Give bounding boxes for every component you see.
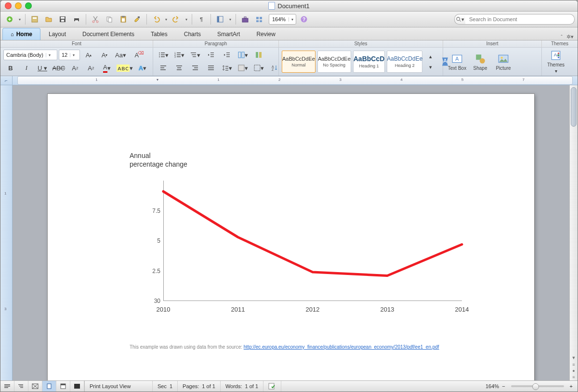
sidebar-dropdown[interactable]: ▾ <box>228 17 233 22</box>
undo-button[interactable] <box>150 13 162 26</box>
view-print-layout-button[interactable] <box>42 381 56 392</box>
save-button[interactable] <box>56 13 69 26</box>
vertical-ruler[interactable]: 1 3 <box>0 85 13 380</box>
template-button[interactable] <box>28 13 41 26</box>
clear-formatting-button[interactable]: A⌫ <box>130 49 144 61</box>
font-name-combo[interactable]: Cambria (Body)▾ <box>3 50 57 60</box>
borders-button[interactable]: ▾ <box>251 62 266 74</box>
align-right-button[interactable] <box>188 62 202 74</box>
columns-button[interactable]: ▾ <box>236 49 250 61</box>
new-dropdown[interactable]: ▾ <box>17 17 22 22</box>
redo-button[interactable] <box>170 13 183 26</box>
view-publishing-button[interactable] <box>28 381 42 392</box>
tab-tables[interactable]: Tables <box>143 28 176 40</box>
prev-page-icon[interactable]: ≡ <box>570 361 578 368</box>
styles-scroll-down[interactable]: ▾ <box>424 62 437 72</box>
style-heading-1[interactable]: AaBbCcDHeading 1 <box>353 51 385 73</box>
minimize-window-button[interactable] <box>15 2 22 9</box>
help-button[interactable]: ? <box>298 13 310 26</box>
zoom-slider[interactable] <box>511 385 564 387</box>
italic-button[interactable]: I <box>19 62 34 74</box>
bullets-button[interactable]: ▾ <box>156 49 171 61</box>
horizontal-ruler[interactable]: 1 ▾ 1 2 3 4 5 7 <box>17 76 573 85</box>
bold-button[interactable]: B <box>3 62 18 74</box>
search-icon[interactable]: ▾ <box>454 14 465 25</box>
format-painter-button[interactable] <box>131 13 144 26</box>
new-document-button[interactable] <box>3 13 16 26</box>
vertical-scrollbar[interactable]: ▲ ▼ ≡ ● ≡ <box>569 85 578 380</box>
tab-document-elements[interactable]: Document Elements <box>74 28 143 40</box>
view-draft-button[interactable] <box>0 381 14 392</box>
next-page-icon[interactable]: ≡ <box>570 374 578 380</box>
shading-button[interactable]: ▾ <box>236 62 250 74</box>
align-left-button[interactable] <box>156 62 171 74</box>
undo-dropdown[interactable]: ▾ <box>164 17 169 22</box>
ribbon-settings-icon[interactable]: ✲▾ <box>566 34 574 40</box>
style-heading-2[interactable]: AaBbCcDdEeHeading 2 <box>387 51 422 73</box>
tab-layout[interactable]: Layout <box>40 28 74 40</box>
open-button[interactable] <box>42 13 55 26</box>
font-size-combo[interactable]: 12▾ <box>59 50 80 60</box>
status-spellcheck[interactable] <box>263 381 281 392</box>
font-color-button[interactable]: A▾ <box>100 62 114 74</box>
decrease-indent-button[interactable] <box>204 49 218 61</box>
document-canvas[interactable]: Annualpercentage change 302.557.52010201… <box>13 85 569 380</box>
copy-button[interactable] <box>103 13 116 26</box>
zoom-in-icon[interactable]: + <box>570 383 573 389</box>
close-window-button[interactable] <box>5 2 12 9</box>
print-button[interactable] <box>70 13 83 26</box>
style-no-spacing[interactable]: AaBbCcDdEeNo Spacing <box>317 51 351 73</box>
tab-smartart[interactable]: SmartArt <box>209 28 248 40</box>
text-effects-button[interactable]: A▾ <box>135 62 150 74</box>
align-center-button[interactable] <box>172 62 186 74</box>
zoom-combo[interactable]: 164% ▾ <box>269 14 296 25</box>
sidebar-toggle-button[interactable] <box>214 13 226 26</box>
multilevel-list-button[interactable]: ▾ <box>188 49 202 61</box>
insert-picture-button[interactable]: Picture <box>492 49 514 74</box>
source-link[interactable]: http://ec.europa.eu/economy_finance/publ… <box>244 344 439 350</box>
tab-review[interactable]: Review <box>248 28 283 40</box>
zoom-window-button[interactable] <box>25 2 32 9</box>
insert-shape-button[interactable]: Shape <box>469 49 491 74</box>
text-direction-button[interactable] <box>251 49 266 61</box>
increase-indent-button[interactable] <box>220 49 234 61</box>
highlight-button[interactable]: ᴀʙᴄ▾ <box>116 62 134 74</box>
toolbox-button[interactable] <box>239 13 251 26</box>
strikethrough-button[interactable]: ABC <box>51 62 66 74</box>
scroll-thumb[interactable] <box>571 87 577 127</box>
scroll-down-icon[interactable]: ▼ <box>570 354 578 361</box>
search-input[interactable] <box>465 14 575 25</box>
status-pages[interactable]: Pages:1 of 1 <box>178 381 221 392</box>
subscript-button[interactable]: A2 <box>84 62 98 74</box>
style-normal[interactable]: AaBbCcDdEeNormal <box>282 51 315 73</box>
ribbon-collapse-icon[interactable]: ˆ <box>561 34 563 40</box>
gallery-button[interactable] <box>253 13 265 26</box>
show-formatting-button[interactable]: ¶ <box>195 13 208 26</box>
status-section[interactable]: Sec1 <box>153 381 178 392</box>
view-notebook-button[interactable] <box>56 381 70 392</box>
view-outline-button[interactable] <box>14 381 28 392</box>
status-zoom[interactable]: 164% − + <box>481 381 578 392</box>
insert-textbox-button[interactable]: AText Box <box>446 49 468 74</box>
shrink-font-button[interactable]: A▾ <box>97 49 112 61</box>
numbering-button[interactable]: 123▾ <box>172 49 186 61</box>
styles-scroll-up[interactable]: ▴ <box>424 52 437 61</box>
line-spacing-button[interactable]: ▾ <box>220 62 234 74</box>
change-case-button[interactable]: Aa▾ <box>113 49 128 61</box>
zoom-out-icon[interactable]: − <box>502 383 505 389</box>
themes-button[interactable]: AaThemes▾ <box>545 49 567 74</box>
document-page[interactable]: Annualpercentage change 302.557.52010201… <box>48 94 534 380</box>
browse-object-icon[interactable]: ● <box>570 367 578 374</box>
tab-charts[interactable]: Charts <box>176 28 209 40</box>
cut-button[interactable] <box>89 13 102 26</box>
status-words[interactable]: Words:1 of 1 <box>221 381 263 392</box>
view-fullscreen-button[interactable] <box>70 381 84 392</box>
tab-stop-selector[interactable]: ⌐ <box>0 76 13 85</box>
zoom-slider-knob[interactable] <box>532 383 539 390</box>
underline-button[interactable]: U ▾ <box>35 62 50 74</box>
tab-home[interactable]: ⌂Home <box>2 28 40 40</box>
paste-button[interactable] <box>117 13 130 26</box>
redo-dropdown[interactable]: ▾ <box>184 17 189 22</box>
superscript-button[interactable]: A2 <box>68 62 82 74</box>
zoom-dropdown-icon[interactable]: ▾ <box>289 17 296 22</box>
